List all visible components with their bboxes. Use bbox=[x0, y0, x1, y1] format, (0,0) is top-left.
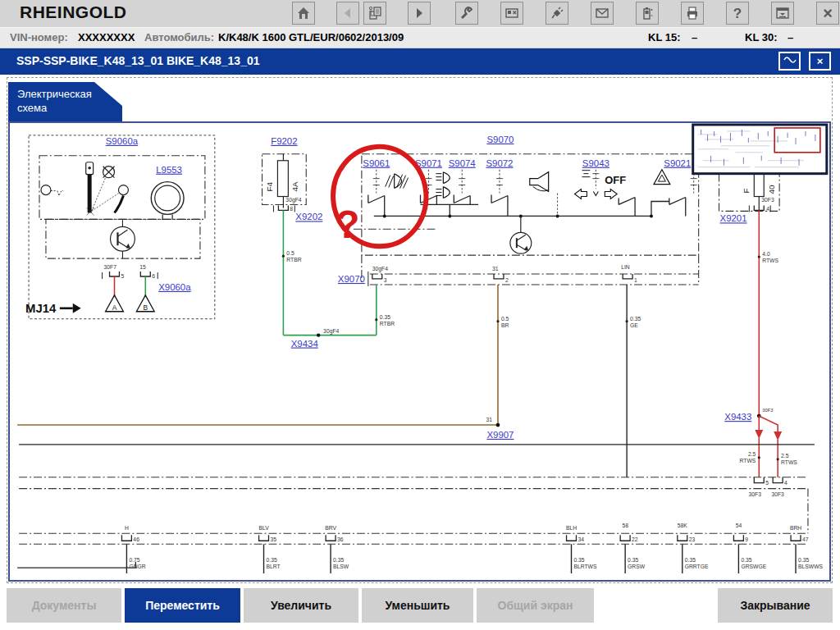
pin-name: 58 bbox=[622, 523, 628, 528]
link-x9433[interactable]: X9433 bbox=[724, 412, 751, 422]
corner-mark bbox=[17, 562, 135, 568]
close-icon: × bbox=[823, 5, 833, 21]
settings-button[interactable] bbox=[455, 2, 478, 25]
label-30gf4: 30gF4 bbox=[323, 328, 339, 335]
pin-number-6: 6 bbox=[152, 273, 155, 279]
wire-size: 0.35 bbox=[685, 557, 696, 563]
question-mark: ? bbox=[336, 203, 359, 246]
content-panel: Электрическая схема S9060a bbox=[7, 77, 833, 583]
link-s9060a[interactable]: S9060a bbox=[106, 136, 139, 146]
link-s9021[interactable]: S9021 bbox=[664, 158, 691, 168]
move-button[interactable]: Переместить bbox=[125, 588, 240, 623]
wire-code: RTBR bbox=[286, 257, 301, 262]
close-button[interactable]: Закрывание bbox=[718, 588, 833, 623]
wire-code: RTWS bbox=[781, 459, 797, 465]
link-x9202[interactable]: X9202 bbox=[295, 212, 322, 221]
link-x9201[interactable]: X9201 bbox=[720, 213, 747, 223]
wire-network: 30gF4 X9434 0.35 RTBR 0.5 BR 31 X9907 0.… bbox=[17, 285, 641, 477]
link-f9202[interactable]: F9202 bbox=[271, 136, 297, 146]
pin-number: 23 bbox=[689, 536, 696, 542]
wire-size: 0.35 bbox=[628, 557, 638, 563]
home-button[interactable] bbox=[292, 2, 315, 25]
kl15-value: – bbox=[692, 31, 697, 43]
back-button[interactable] bbox=[336, 2, 359, 25]
schematic-viewport[interactable]: S9060a L9553 bbox=[8, 121, 831, 582]
horn-icon bbox=[530, 172, 549, 192]
documents-button: Документы bbox=[7, 588, 121, 623]
link-s9043[interactable]: S9043 bbox=[582, 158, 609, 168]
pin-name: 54 bbox=[736, 523, 742, 528]
print-button[interactable] bbox=[681, 2, 704, 25]
wire-size: 0.35 bbox=[741, 557, 751, 563]
wire-size: 0.75 bbox=[129, 557, 139, 563]
pin-name: BRV bbox=[325, 525, 336, 531]
transistor-symbol bbox=[510, 216, 532, 253]
link-x9060a[interactable]: X9060a bbox=[158, 282, 191, 292]
bottom-connector-row: H 46 0.75 GNGR BLV 35 0.35 BLRT BRV bbox=[121, 523, 823, 573]
zoom-in-button[interactable]: Увеличить bbox=[244, 588, 358, 623]
link-l9553[interactable]: L9553 bbox=[156, 165, 182, 175]
wire-code: BLRTWS bbox=[573, 564, 597, 569]
pin-number-5: 5 bbox=[765, 480, 769, 486]
dialog-button[interactable] bbox=[500, 2, 523, 25]
off-label: OFF bbox=[605, 174, 626, 186]
pin-name: 58K bbox=[678, 523, 688, 528]
plug-icon bbox=[550, 6, 564, 21]
pin-number-4: 4 bbox=[784, 480, 788, 486]
link-s9061[interactable]: S9061 bbox=[363, 158, 390, 168]
close-document-button[interactable]: × bbox=[809, 52, 831, 71]
vehicle-value: K/K48/K 1600 GTL/EUR/0602/2013/09 bbox=[218, 31, 404, 43]
exit-button[interactable]: × bbox=[816, 2, 839, 25]
link-x9907[interactable]: X9907 bbox=[486, 430, 514, 440]
label-30f3: 30F3 bbox=[761, 197, 774, 203]
tab-label-line2: схема bbox=[17, 101, 122, 115]
wire-code: RTWS bbox=[740, 458, 756, 463]
zoom-out-button[interactable]: Уменьшить bbox=[362, 588, 473, 623]
envelope-icon bbox=[595, 6, 609, 21]
turn-signal-off-group: OFF bbox=[574, 171, 626, 199]
battery-button[interactable] bbox=[636, 2, 659, 25]
kl30-label: KL 30: bbox=[745, 31, 778, 43]
wire-size: 0.35 bbox=[267, 557, 277, 563]
wire-code: BLSW bbox=[333, 564, 349, 569]
pin-name: BLV bbox=[258, 525, 269, 531]
wire-code: GE bbox=[630, 322, 638, 328]
forward-button[interactable] bbox=[408, 2, 431, 25]
measurement-button[interactable] bbox=[778, 52, 801, 71]
pin-number: 34 bbox=[578, 536, 584, 542]
pin-number-2: 2 bbox=[505, 277, 509, 283]
wire-code: BLSWWS bbox=[798, 564, 824, 569]
wiring-diagram: S9060a L9553 bbox=[10, 123, 829, 580]
minimize-panel-button[interactable] bbox=[771, 2, 794, 25]
pin-number-8: 8 bbox=[290, 206, 293, 212]
pin-number-5: 5 bbox=[121, 273, 124, 279]
waveform-icon bbox=[783, 55, 797, 67]
window-dropdown-icon bbox=[775, 6, 790, 21]
link-s9070[interactable]: S9070 bbox=[486, 135, 514, 144]
rheingold-window: RHEINGOLD ? bbox=[0, 0, 840, 630]
home-icon bbox=[296, 6, 311, 21]
link-s9072[interactable]: S9072 bbox=[486, 158, 513, 168]
app-title: RHEINGOLD bbox=[20, 2, 127, 22]
help-icon: ? bbox=[733, 7, 742, 21]
link-s9074[interactable]: S9074 bbox=[449, 158, 477, 168]
wire-size: 0.35 bbox=[573, 557, 584, 563]
pin-number: 47 bbox=[802, 536, 809, 542]
tab-electrical-schematic[interactable]: Электрическая схема bbox=[8, 82, 122, 121]
link-x9434[interactable]: X9434 bbox=[291, 339, 319, 349]
kl30-value: – bbox=[788, 31, 793, 43]
label-30f3: 30F3 bbox=[771, 491, 784, 497]
link-x9070[interactable]: X9070 bbox=[338, 274, 365, 284]
mj14-label: MJ14 bbox=[25, 302, 57, 315]
connection-button[interactable] bbox=[546, 2, 568, 25]
diagram-minimap[interactable] bbox=[693, 125, 827, 174]
battery-icon bbox=[640, 6, 655, 21]
help-button[interactable]: ? bbox=[726, 2, 749, 25]
documents-tree-button[interactable] bbox=[363, 2, 386, 25]
tab-label-line1: Электрическая bbox=[17, 87, 122, 101]
mail-button[interactable] bbox=[591, 2, 614, 25]
wire-size: 2.5 bbox=[781, 453, 789, 459]
wire-size: 0.35 bbox=[380, 314, 390, 320]
label-lin: LIN bbox=[621, 264, 630, 270]
high-beam-icon bbox=[436, 172, 450, 199]
